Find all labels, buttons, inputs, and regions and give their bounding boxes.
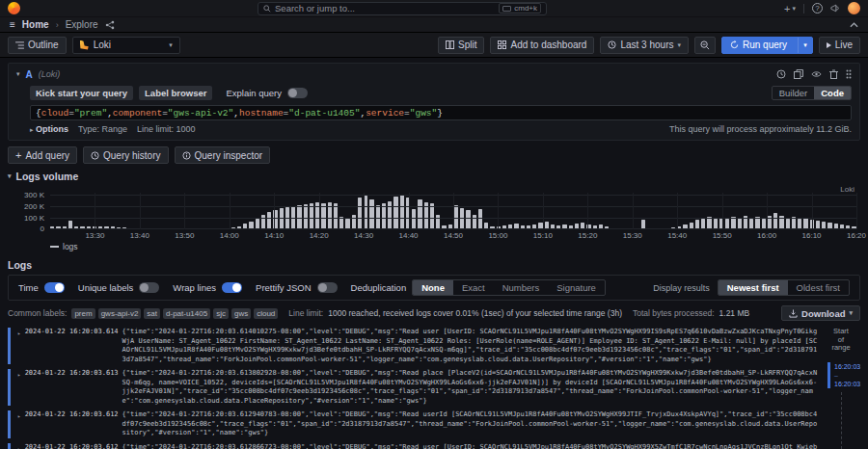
log-timestamp: 2024-01-22 16:20:03.612 (25, 410, 119, 438)
common-label-badge: sjc (213, 308, 229, 319)
logs-volume-chart[interactable]: Loki 0100 K200 K300 K 13:3013:4013:5014:… (8, 185, 860, 251)
search-input[interactable]: Search or jump to... cmd+k (258, 2, 547, 15)
download-button[interactable]: Download ▾ (781, 305, 860, 321)
common-label-badge: prem (71, 308, 95, 319)
new-menu-button[interactable]: +▾ (784, 3, 796, 14)
label-browser-button[interactable]: Label browser (139, 86, 212, 100)
help-icon[interactable]: ? (812, 3, 823, 13)
x-axis-label: 15:00 (488, 231, 507, 240)
explain-query-toggle[interactable] (287, 88, 308, 98)
dedup-option-exact[interactable]: Exact (453, 280, 494, 295)
x-axis-label: 16:00 (757, 231, 776, 240)
common-labels-label: Common labels: (8, 308, 67, 318)
query-history-button[interactable]: Query history (83, 146, 168, 164)
logql-query-input[interactable]: {cloud="prem",component="gws-api-v2",hos… (30, 105, 852, 120)
log-nav-dashed-line (841, 392, 842, 449)
log-timestamp: 2024-01-22 16:20:03.612 (25, 443, 119, 449)
log-row[interactable]: ▸2024-01-22 16:20:03.612{"time":"2024-01… (8, 441, 818, 449)
x-axis-label: 13:40 (130, 231, 149, 240)
volume-bar (358, 198, 362, 229)
loki-logo (80, 40, 89, 50)
log-row[interactable]: ▸2024-01-22 16:20:03.614{"time":"2024-01… (8, 326, 818, 366)
common-label-badge: d-pat-u1405 (163, 308, 210, 319)
dedup-option-none[interactable]: None (413, 280, 453, 295)
logs-volume-header[interactable]: ▾ Logs volume (8, 170, 860, 182)
line-limit-text: 1000 reached, received logs cover 0.01% … (328, 308, 622, 318)
zoom-out-icon (700, 40, 710, 50)
search-placeholder: Search or jump to... (275, 3, 355, 13)
builder-mode-option[interactable]: Builder (773, 87, 815, 99)
avatar[interactable] (848, 2, 860, 14)
datasource-picker[interactable]: Loki ▾ (72, 37, 180, 54)
grafana-logo[interactable] (8, 2, 20, 14)
x-axis-label: 13:50 (175, 231, 194, 240)
log-line-text: {"time":"2024-01-22T16:20:03.614010275-0… (122, 328, 818, 364)
y-axis-label: 200 K (24, 201, 44, 210)
dashboard-grid-icon (498, 40, 506, 49)
options-collapse[interactable]: ▸ Options (30, 124, 68, 134)
log-expand-icon[interactable]: ▸ (17, 328, 21, 364)
kick-start-query-button[interactable]: Kick start your query (30, 86, 133, 100)
breadcrumb-home[interactable]: Home (22, 19, 49, 30)
volume-bar (466, 210, 470, 229)
run-query-dropdown[interactable]: ▾ (798, 38, 812, 53)
toggle-switch[interactable] (222, 282, 242, 293)
x-axis-label: 15:20 (578, 231, 597, 240)
dedup-option-signature[interactable]: Signature (548, 280, 605, 295)
duplicate-query-icon[interactable] (794, 69, 803, 79)
play-icon (827, 42, 831, 48)
query-collapse-icon[interactable]: ▾ (16, 70, 20, 78)
x-axis-label: 14:20 (310, 231, 329, 240)
add-query-button[interactable]: +Add query (8, 146, 77, 164)
news-icon[interactable] (830, 4, 840, 13)
log-rows-container: ▸2024-01-22 16:20:03.614{"time":"2024-01… (8, 326, 860, 449)
toggle-time: Time (18, 282, 65, 293)
x-axis-label: 15:10 (533, 231, 553, 240)
hide-response-eye-icon[interactable] (811, 70, 822, 78)
add-to-dashboard-button[interactable]: Add to dashboard (490, 37, 594, 54)
query-ref-id[interactable]: A (26, 69, 33, 80)
log-nav-range[interactable]: 16:20:03 – 16:20:03 (827, 362, 860, 388)
run-query-button[interactable]: Run query ▾ (721, 37, 813, 54)
volume-bar (418, 199, 421, 229)
x-axis-label: 14:50 (444, 231, 463, 240)
log-expand-icon[interactable]: ▸ (17, 410, 21, 438)
code-mode-option[interactable]: Code (814, 87, 851, 99)
common-label-badge: gws-api-v2 (98, 308, 142, 319)
outline-button[interactable]: Outline (8, 37, 67, 54)
menu-icon[interactable]: ≡ (10, 19, 15, 30)
toggle-label: Unique labels (78, 282, 134, 293)
breadcrumb-page[interactable]: Explore (66, 19, 98, 30)
split-button[interactable]: Split (438, 37, 484, 54)
time-range-picker[interactable]: Last 3 hours ▾ (600, 37, 689, 54)
search-shortcut-badge: cmd+k (499, 3, 541, 13)
remove-query-trash-icon[interactable] (829, 69, 838, 79)
log-expand-icon[interactable]: ▸ (17, 369, 21, 406)
x-axis-label: 15:40 (667, 231, 687, 240)
deduplication-group: NoneExactNumbersSignature (412, 279, 606, 296)
deduplication-label: Deduplication (351, 282, 407, 293)
zoom-out-button[interactable] (694, 37, 716, 54)
volume-bar (773, 213, 777, 229)
toggle-switch[interactable] (139, 282, 159, 293)
log-expand-icon[interactable]: ▸ (17, 443, 21, 449)
share-icon[interactable] (105, 20, 115, 30)
dedup-option-numbers[interactable]: Numbers (494, 280, 549, 295)
toggle-switch[interactable] (317, 282, 338, 293)
live-button[interactable]: Live (819, 37, 860, 54)
collapse-toolbar-icon[interactable] (850, 22, 858, 28)
builder-code-switch: Builder Code (772, 86, 852, 100)
query-inspector-button[interactable]: Query inspector (175, 146, 271, 164)
log-row[interactable]: ▸2024-01-22 16:20:03.613{"time":"2024-01… (8, 367, 818, 408)
display-option-oldest-first[interactable]: Oldest first (788, 280, 849, 295)
toggle-label: Wrap lines (173, 282, 216, 293)
chart-legend[interactable]: logs (50, 242, 78, 251)
log-navigation-column[interactable]: Startofrange 16:20:03 – 16:20:03 (822, 326, 860, 449)
drag-handle-icon[interactable] (846, 69, 852, 79)
log-row[interactable]: ▸2024-01-22 16:20:03.612{"time":"2024-01… (8, 409, 818, 440)
volume-bar (369, 199, 373, 229)
display-option-newest-first[interactable]: Newest first (719, 280, 788, 295)
top-nav-bar: Search or jump to... cmd+k +▾ ? (0, 0, 868, 17)
toggle-switch[interactable] (44, 282, 65, 293)
query-history-icon[interactable] (776, 69, 786, 79)
